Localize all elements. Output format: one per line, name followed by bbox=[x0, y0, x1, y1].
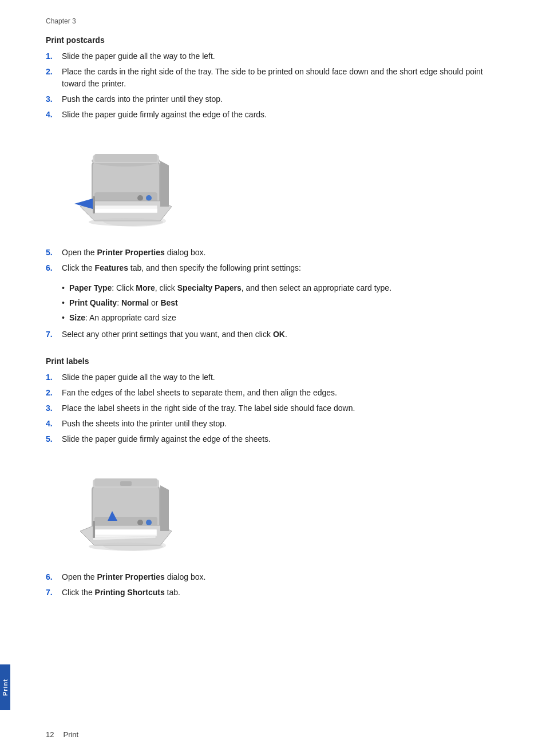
chapter-label: Chapter 3 bbox=[46, 17, 500, 25]
labels-step-5: 5. Slide the paper guide firmly against … bbox=[46, 433, 500, 445]
bullet-print-quality-text: Print Quality: Normal or Best bbox=[69, 297, 178, 309]
step-text-6: Click the Features tab, and then specify… bbox=[62, 262, 500, 274]
svg-rect-6 bbox=[94, 154, 157, 162]
postcards-bullets: Paper Type: Click More, click Specialty … bbox=[62, 282, 500, 324]
step-num-2: 2. bbox=[46, 66, 62, 90]
labels-step-4: 4. Push the sheets into the printer unti… bbox=[46, 418, 500, 430]
labels-step-num-7: 7. bbox=[46, 587, 62, 599]
postcards-step-5: 5. Open the Printer Properties dialog bo… bbox=[46, 247, 500, 259]
labels-step-text-7: Click the Printing Shortcuts tab. bbox=[62, 587, 500, 599]
step-num-6: 6. bbox=[46, 262, 62, 274]
labels-step-num-5: 5. bbox=[46, 433, 62, 445]
svg-rect-11 bbox=[94, 208, 157, 213]
bullet-paper-type: Paper Type: Click More, click Specialty … bbox=[62, 282, 500, 294]
svg-point-22 bbox=[137, 520, 143, 525]
labels-step-6: 6. Open the Printer Properties dialog bo… bbox=[46, 571, 500, 583]
postcards-steps-list-2: 5. Open the Printer Properties dialog bo… bbox=[46, 247, 500, 274]
labels-steps-list-2: 6. Open the Printer Properties dialog bo… bbox=[46, 571, 500, 599]
postcards-step-3: 3. Push the cards into the printer until… bbox=[46, 93, 500, 105]
postcards-step-2: 2. Place the cards in the right side of … bbox=[46, 66, 500, 90]
bullet-paper-type-text: Paper Type: Click More, click Specialty … bbox=[69, 282, 391, 294]
step-text-7: Select any other print settings that you… bbox=[62, 328, 500, 341]
bullet-size: Size: An appropriate card size bbox=[62, 312, 500, 324]
postcards-step-7: 7. Select any other print settings that … bbox=[46, 328, 500, 341]
labels-step-text-5: Slide the paper guide firmly against the… bbox=[62, 433, 500, 445]
step-num-7: 7. bbox=[46, 328, 62, 341]
svg-rect-13 bbox=[93, 196, 95, 213]
svg-point-29 bbox=[89, 543, 163, 551]
labels-step-num-2: 2. bbox=[46, 387, 62, 399]
printer-image-labels bbox=[46, 457, 500, 554]
step-num-4: 4. bbox=[46, 109, 62, 121]
step-text-2: Place the cards in the right side of the… bbox=[62, 66, 500, 90]
step-text-5: Open the Printer Properties dialog box. bbox=[62, 247, 500, 259]
step-num-5: 5. bbox=[46, 247, 62, 259]
section-postcards-title: Print postcards bbox=[46, 35, 500, 45]
left-tab-text: Print bbox=[2, 679, 9, 696]
labels-step-text-4: Push the sheets into the printer until t… bbox=[62, 418, 500, 430]
printer-image-postcards bbox=[46, 132, 500, 229]
labels-step-1: 1. Slide the paper guide all the way to … bbox=[46, 371, 500, 383]
left-tab: Print bbox=[0, 664, 10, 710]
svg-rect-26 bbox=[95, 529, 157, 535]
page-content: Chapter 3 Print postcards 1. Slide the p… bbox=[0, 0, 546, 756]
printer-illustration-labels bbox=[46, 457, 172, 554]
labels-step-num-6: 6. bbox=[46, 571, 62, 583]
section-labels: Print labels 1. Slide the paper guide al… bbox=[46, 357, 500, 599]
labels-step-num-4: 4. bbox=[46, 418, 62, 430]
labels-step-num-3: 3. bbox=[46, 402, 62, 414]
step-num-1: 1. bbox=[46, 50, 62, 62]
step-text-3: Push the cards into the printer until th… bbox=[62, 93, 500, 105]
labels-step-text-1: Slide the paper guide all the way to the… bbox=[62, 371, 500, 383]
step-text-1: Slide the paper guide all the way to the… bbox=[62, 50, 500, 62]
labels-steps-list: 1. Slide the paper guide all the way to … bbox=[46, 371, 500, 445]
svg-rect-20 bbox=[120, 481, 132, 486]
labels-step-text-3: Place the label sheets in the right side… bbox=[62, 402, 500, 414]
page-number: 12 bbox=[46, 730, 54, 739]
bullet-size-text: Size: An appropriate card size bbox=[69, 312, 176, 324]
labels-step-text-6: Open the Printer Properties dialog box. bbox=[62, 571, 500, 583]
printer-illustration-postcards bbox=[46, 132, 172, 229]
bullet-print-quality: Print Quality: Normal or Best bbox=[62, 297, 500, 309]
postcards-step-1: 1. Slide the paper guide all the way to … bbox=[46, 50, 500, 62]
section-labels-title: Print labels bbox=[46, 357, 500, 366]
postcards-steps-list-3: 7. Select any other print settings that … bbox=[46, 328, 500, 341]
labels-step-3: 3. Place the label sheets in the right s… bbox=[46, 402, 500, 414]
labels-step-2: 2. Fan the edges of the label sheets to … bbox=[46, 387, 500, 399]
svg-point-8 bbox=[137, 195, 143, 201]
svg-point-9 bbox=[146, 195, 152, 201]
page-footer: 12 Print bbox=[46, 730, 78, 739]
svg-point-23 bbox=[146, 520, 152, 525]
svg-point-14 bbox=[89, 218, 163, 226]
labels-step-num-1: 1. bbox=[46, 371, 62, 383]
labels-step-text-2: Fan the edges of the label sheets to sep… bbox=[62, 387, 500, 399]
step-text-4: Slide the paper guide firmly against the… bbox=[62, 109, 500, 121]
labels-step-7: 7. Click the Printing Shortcuts tab. bbox=[46, 587, 500, 599]
postcards-step-4: 4. Slide the paper guide firmly against … bbox=[46, 109, 500, 121]
postcards-steps-list: 1. Slide the paper guide all the way to … bbox=[46, 50, 500, 121]
section-postcards: Print postcards 1. Slide the paper guide… bbox=[46, 35, 500, 341]
footer-section: Print bbox=[63, 730, 78, 739]
postcards-step-6: 6. Click the Features tab, and then spec… bbox=[46, 262, 500, 274]
step-num-3: 3. bbox=[46, 93, 62, 105]
svg-rect-28 bbox=[93, 521, 95, 538]
